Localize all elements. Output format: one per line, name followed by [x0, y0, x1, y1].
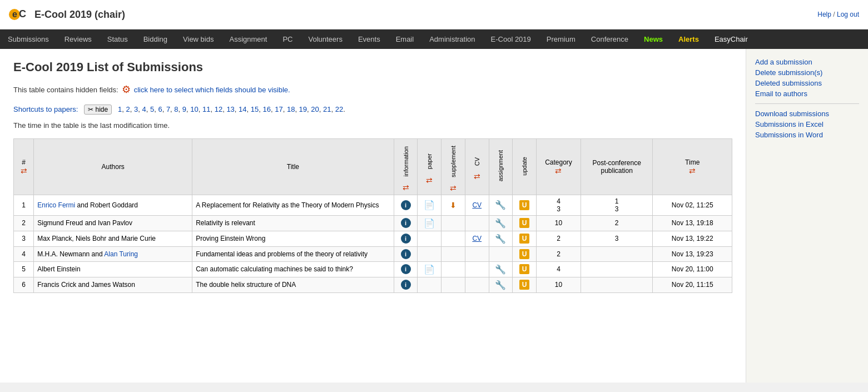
download-submissions-link[interactable]: Download submissions: [755, 110, 859, 118]
assign-icon[interactable]: 🔧: [495, 280, 506, 290]
sort-category-icon[interactable]: ⇄: [555, 166, 562, 175]
assign-icon[interactable]: 🔧: [495, 200, 506, 210]
shortcut-18[interactable]: 18: [287, 105, 295, 113]
assign-icon[interactable]: 🔧: [495, 265, 506, 274]
cv-link[interactable]: CV: [472, 235, 482, 242]
shortcut-9[interactable]: 9: [182, 105, 186, 113]
info-icon[interactable]: i: [401, 280, 411, 290]
hidden-fields-link[interactable]: click here to select which fields should…: [134, 86, 290, 94]
shortcut-8[interactable]: 8: [174, 105, 178, 113]
update-icon[interactable]: U: [519, 218, 529, 228]
submissions-excel-link[interactable]: Submissions in Excel: [755, 120, 859, 128]
add-submission-link[interactable]: Add a submission: [755, 58, 859, 66]
nav-administration[interactable]: Administration: [421, 29, 483, 49]
assign-cell: [489, 246, 513, 261]
sort-num-icon[interactable]: ⇄: [21, 166, 27, 175]
delete-submissions-link[interactable]: Delete submission(s): [755, 68, 859, 77]
author-link2[interactable]: Alan Turing: [104, 250, 138, 258]
table-body: 1 Enrico Fermi and Robert Goddard A Repl…: [14, 195, 732, 292]
sort-time-icon[interactable]: ⇄: [689, 166, 696, 175]
update-icon[interactable]: U: [519, 200, 529, 210]
info-icon[interactable]: i: [401, 218, 411, 228]
sort-paper-icon[interactable]: ⇄: [426, 176, 433, 185]
submissions-word-link[interactable]: Submissions in Word: [755, 131, 859, 139]
nav-status[interactable]: Status: [100, 29, 136, 49]
update-icon[interactable]: U: [519, 280, 529, 290]
shortcut-1[interactable]: 1: [118, 105, 122, 113]
assign-icon[interactable]: 🔧: [495, 234, 506, 244]
shortcut-4[interactable]: 4: [142, 105, 146, 113]
nav-volunteers[interactable]: Volunteers: [300, 29, 350, 49]
info-icon[interactable]: i: [401, 234, 411, 244]
nav-pc[interactable]: PC: [275, 29, 300, 49]
row-title: Proving Einstein Wrong: [192, 231, 394, 246]
shortcut-17[interactable]: 17: [275, 105, 282, 113]
category-cell: 2: [537, 246, 581, 261]
pdf-icon[interactable]: 📄: [424, 265, 435, 274]
shortcut-2[interactable]: 2: [126, 105, 130, 113]
hide-button[interactable]: ✂ hide: [84, 105, 112, 115]
shortcuts-links: 1, 2, 3, 4, 5, 6, 7, 8, 9, 10, 11, 12, 1…: [118, 105, 345, 113]
shortcut-6[interactable]: 6: [158, 105, 162, 113]
shortcut-14[interactable]: 14: [239, 105, 246, 113]
shortcut-13[interactable]: 13: [226, 105, 234, 113]
info-icon[interactable]: i: [401, 249, 411, 259]
update-cell: U: [513, 261, 537, 277]
page-title: E-Cool 2019 List of Submissions: [13, 60, 732, 75]
shortcut-19[interactable]: 19: [299, 105, 307, 113]
info-cell: i: [394, 231, 418, 246]
help-link[interactable]: Help: [817, 11, 831, 18]
info-icon[interactable]: i: [401, 200, 411, 210]
header-actions: Help / Log out: [817, 11, 859, 18]
row-title: Relativity is relevant: [192, 215, 394, 231]
shortcut-16[interactable]: 16: [263, 105, 271, 113]
nav-easychair[interactable]: EasyChair: [707, 29, 756, 49]
pdf-icon[interactable]: 📄: [424, 200, 435, 210]
shortcut-3[interactable]: 3: [134, 105, 138, 113]
nav-news[interactable]: News: [636, 29, 671, 49]
shortcut-10[interactable]: 10: [190, 105, 198, 113]
shortcut-15[interactable]: 15: [251, 105, 259, 113]
sidebar-divider: [755, 103, 859, 104]
update-icon[interactable]: U: [519, 264, 529, 274]
app-title: E-Cool 2019 (chair): [34, 9, 125, 21]
nav-assignment[interactable]: Assignment: [221, 29, 275, 49]
row-title: The double helix structure of DNA: [192, 277, 394, 292]
logout-link[interactable]: Log out: [837, 11, 859, 18]
nav-premium[interactable]: Premium: [539, 29, 583, 49]
nav-events[interactable]: Events: [350, 29, 388, 49]
nav-ecool2019[interactable]: E-Cool 2019: [483, 29, 539, 49]
shortcut-11[interactable]: 11: [202, 105, 210, 113]
download-icon[interactable]: ⬇: [450, 201, 457, 210]
sort-supplement-icon[interactable]: ⇄: [450, 183, 457, 192]
shortcut-21[interactable]: 21: [323, 105, 331, 113]
nav-viewbids[interactable]: View bids: [175, 29, 221, 49]
update-icon[interactable]: U: [519, 234, 529, 244]
shortcut-5[interactable]: 5: [150, 105, 154, 113]
author-link[interactable]: Enrico Fermi: [37, 201, 75, 209]
cv-link[interactable]: CV: [472, 201, 482, 209]
update-icon[interactable]: U: [519, 249, 529, 259]
nav-bidding[interactable]: Bidding: [136, 29, 175, 49]
cv-cell: [465, 277, 489, 292]
postconf-cell: [581, 246, 652, 261]
nav-submissions[interactable]: Submissions: [0, 29, 57, 49]
nav-alerts[interactable]: Alerts: [671, 29, 707, 49]
pdf-icon[interactable]: 📄: [424, 219, 435, 228]
info-icon[interactable]: i: [401, 264, 411, 274]
assign-icon[interactable]: 🔧: [495, 219, 506, 228]
deleted-submissions-link[interactable]: Deleted submissions: [755, 79, 859, 87]
shortcut-7[interactable]: 7: [166, 105, 170, 113]
sort-info-icon[interactable]: ⇄: [403, 183, 409, 192]
email-authors-link[interactable]: Email to authors: [755, 90, 859, 98]
nav-reviews[interactable]: Reviews: [57, 29, 100, 49]
shortcut-12[interactable]: 12: [215, 105, 222, 113]
col-header-title: Title: [192, 139, 394, 195]
nav-conference[interactable]: Conference: [583, 29, 636, 49]
shortcut-20[interactable]: 20: [311, 105, 319, 113]
nav-email[interactable]: Email: [388, 29, 422, 49]
time-note: The time in the table is the last modifi…: [13, 121, 732, 130]
col-header-postconf: Post-conference publication: [581, 139, 652, 195]
sort-cv-icon[interactable]: ⇄: [474, 172, 480, 181]
shortcut-22[interactable]: 22: [335, 105, 343, 113]
